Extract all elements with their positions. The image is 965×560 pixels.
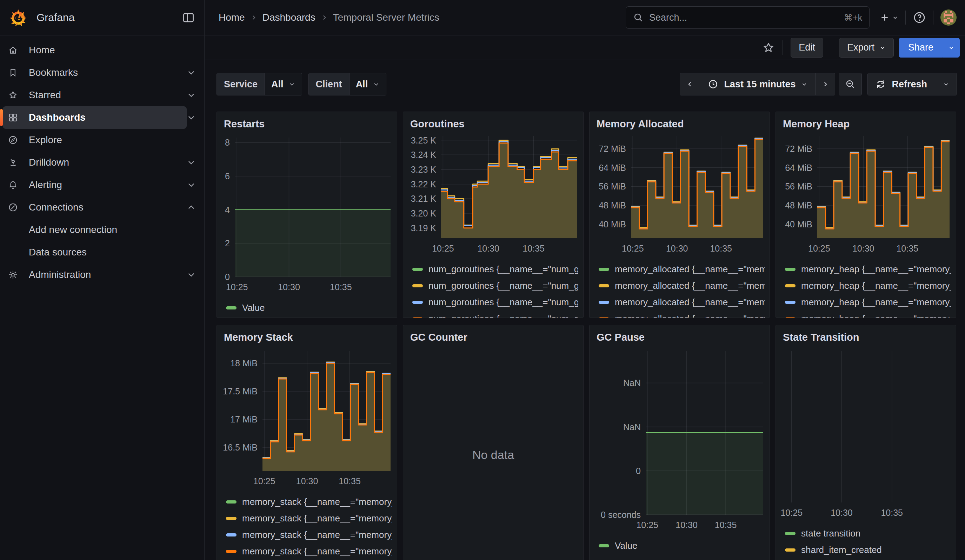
sidebar-item-data-sources[interactable]: Data sources (0, 241, 204, 263)
search-input[interactable]: Search... ⌘+k (626, 6, 870, 29)
svg-text:40 MiB: 40 MiB (599, 219, 626, 229)
legend-color-swatch (226, 500, 237, 503)
user-avatar[interactable] (940, 10, 957, 26)
chart-legend: memory_heap {__name__="memory_heap", cli… (781, 261, 951, 318)
chevron-right-icon (321, 14, 328, 21)
share-options-chevron[interactable] (943, 38, 960, 57)
svg-text:10:25: 10:25 (808, 243, 830, 253)
chevron-down-icon[interactable] (187, 180, 196, 189)
legend-label: memory_stack {__name__="memory_stack", (242, 546, 392, 557)
legend-color-swatch (412, 301, 423, 304)
panel-title[interactable]: Memory Allocated (589, 116, 770, 133)
sidebar-item-administration[interactable]: Administration (0, 263, 204, 286)
legend-item[interactable]: memory_heap {__name__="memory_heap", cli… (781, 294, 951, 310)
time-series-chart[interactable]: 3.19 K3.20 K3.21 K3.22 K3.23 K3.24 K3.25… (408, 133, 578, 259)
sidebar-item-bookmarks[interactable]: Bookmarks (0, 61, 204, 84)
active-accent-bar (0, 109, 3, 126)
sidebar-item-drilldown[interactable]: Drilldown (0, 151, 204, 174)
sidebar-collapse-icon[interactable] (182, 11, 195, 24)
panel-title[interactable]: Restarts (217, 116, 397, 135)
share-button[interactable]: Share (899, 38, 943, 57)
svg-text:3.23 K: 3.23 K (411, 165, 437, 175)
breadcrumb-dashboards[interactable]: Dashboards (262, 12, 316, 23)
legend-item[interactable]: memory_stack {__name__="memory_stack", (222, 510, 392, 527)
zoom-out-button[interactable] (839, 73, 862, 95)
legend-label: memory_heap {__name__="memory_heap", cli… (801, 280, 951, 291)
time-series-chart[interactable]: 0 seconds0NaNNaN10:2510:3010:35 (594, 348, 765, 536)
chevron-down-icon[interactable] (187, 68, 196, 77)
sidebar-item-dashboards[interactable]: Dashboards (0, 106, 204, 129)
svg-text:10:35: 10:35 (339, 476, 361, 486)
search-placeholder: Search... (649, 12, 838, 23)
time-shift-back-button[interactable] (680, 73, 700, 95)
sidebar-item-alerting[interactable]: Alerting (0, 174, 204, 196)
add-new-button[interactable] (879, 12, 898, 23)
sidebar-item-label: Drilldown (29, 157, 69, 168)
edit-button[interactable]: Edit (791, 38, 823, 57)
refresh-button[interactable]: Refresh (868, 73, 935, 95)
legend-item[interactable]: state transition (781, 525, 951, 542)
svg-text:10:35: 10:35 (330, 282, 352, 292)
sidebar-item-add-new-connection[interactable]: Add new connection (0, 219, 204, 241)
panel-title[interactable]: GC Pause (589, 330, 770, 348)
refresh-interval-chevron[interactable] (935, 73, 957, 95)
dashboard-actions-bar: Edit Export Share (204, 36, 965, 60)
time-shift-forward-button[interactable] (815, 73, 835, 95)
sidebar-item-connections[interactable]: Connections (0, 196, 204, 219)
favorite-star-icon[interactable] (762, 41, 775, 54)
client-filter[interactable]: Client All (308, 73, 387, 95)
legend-label: memory_heap {__name__="memory_heap", cli… (801, 297, 951, 308)
legend-label: memory_stack {__name__="memory_stack", (242, 529, 392, 540)
time-series-chart[interactable]: 0246810:2510:3010:35 (222, 135, 392, 297)
legend-item[interactable]: Value (594, 537, 765, 554)
help-button[interactable] (913, 11, 926, 24)
panel-title[interactable]: Memory Heap (776, 116, 956, 133)
legend-color-swatch (412, 268, 423, 271)
time-series-chart[interactable]: 40 MiB48 MiB56 MiB64 MiB72 MiB10:2510:30… (781, 133, 951, 259)
time-series-chart[interactable]: 10:2510:3010:35 (781, 348, 951, 523)
star-icon (8, 90, 18, 100)
legend-item[interactable]: memory_stack {__name__="memory_stack", (222, 543, 392, 560)
panel-title[interactable]: Goroutines (403, 116, 583, 133)
legend-item[interactable]: num_goroutines {__name__="num_goroutines… (408, 261, 578, 278)
search-icon (633, 12, 644, 23)
sidebar-item-home[interactable]: Home (0, 39, 204, 61)
chevron-down-icon[interactable] (187, 90, 196, 100)
panel-title[interactable]: Memory Stack (217, 330, 397, 348)
legend-item[interactable]: Value (222, 300, 392, 316)
legend-item[interactable]: num_goroutines {__name__="num_goroutines… (408, 278, 578, 294)
chevron-down-icon[interactable] (187, 270, 196, 279)
export-button[interactable]: Export (839, 38, 894, 57)
sidebar-item-explore[interactable]: Explore (0, 129, 204, 151)
legend-item[interactable]: memory_stack {__name__="memory_stack", (222, 494, 392, 510)
legend-item[interactable]: memory_allocated {__name__="memory_alloc… (594, 310, 765, 318)
legend-item[interactable]: shard_item_created (781, 542, 951, 558)
legend-item[interactable]: memory_heap {__name__="memory_heap", cli… (781, 261, 951, 278)
legend-item[interactable]: memory_allocated {__name__="memory_alloc… (594, 261, 765, 278)
legend-item[interactable]: num_goroutines {__name__="num_goroutines… (408, 294, 578, 310)
legend-item[interactable]: memory_allocated {__name__="memory_alloc… (594, 294, 765, 310)
time-series-chart[interactable]: 16.5 MiB17 MiB17.5 MiB18 MiB10:2510:3010… (222, 348, 392, 491)
chevron-up-icon[interactable] (187, 203, 196, 212)
no-data-message: No data (403, 325, 583, 560)
svg-text:6: 6 (225, 171, 230, 181)
bookmark-icon (8, 68, 18, 78)
legend-color-swatch (785, 284, 795, 287)
top-navigation-bar: Grafana Home Dashboards Temporal Server … (0, 0, 965, 36)
time-range-picker[interactable]: Last 15 minutes (700, 73, 815, 95)
service-filter[interactable]: Service All (216, 73, 302, 95)
legend-item[interactable]: memory_heap {__name__="memory_heap", cli… (781, 278, 951, 294)
chevron-down-icon[interactable] (187, 113, 196, 122)
time-series-chart[interactable]: 40 MiB48 MiB56 MiB64 MiB72 MiB10:2510:30… (594, 133, 765, 259)
sidebar-item-starred[interactable]: Starred (0, 84, 204, 106)
legend-item[interactable]: num_goroutines {__name__="num_goroutines… (408, 310, 578, 318)
grafana-logo-icon[interactable] (9, 8, 27, 27)
legend-item[interactable]: memory_heap {__name__="memory_heap", cli… (781, 310, 951, 318)
panel-title[interactable]: State Transition (776, 330, 956, 348)
legend-item[interactable]: memory_allocated {__name__="memory_alloc… (594, 278, 765, 294)
zoom-out-icon (845, 79, 855, 90)
chevron-down-icon[interactable] (187, 158, 196, 167)
breadcrumb-home[interactable]: Home (219, 12, 245, 23)
svg-text:18 MiB: 18 MiB (230, 358, 258, 368)
legend-item[interactable]: memory_stack {__name__="memory_stack", (222, 527, 392, 543)
